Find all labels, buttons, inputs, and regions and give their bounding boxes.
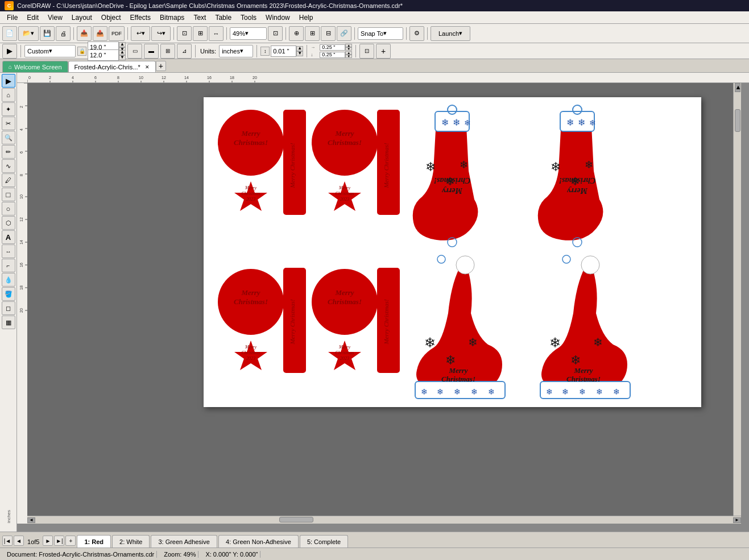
preset-dropdown[interactable]: Custom ▾: [24, 45, 76, 57]
new-button[interactable]: 📄: [2, 26, 17, 41]
menu-view[interactable]: View: [43, 13, 67, 23]
menu-edit[interactable]: Edit: [22, 13, 43, 23]
menu-bitmaps[interactable]: Bitmaps: [155, 13, 189, 23]
grid-button[interactable]: ⊞: [305, 26, 320, 41]
h-scrollbar[interactable]: ◄ ►: [27, 516, 741, 524]
select-tool[interactable]: ▶: [2, 74, 15, 88]
v-scroll-up[interactable]: ▲: [735, 83, 740, 92]
launch-button[interactable]: Launch ▾: [431, 26, 470, 41]
calibrate-button[interactable]: ⊿: [177, 44, 192, 59]
view-mode-button[interactable]: ⊕: [289, 26, 304, 41]
select-tool-indicator[interactable]: ▶: [2, 44, 17, 59]
add-page-button[interactable]: +: [376, 44, 391, 59]
page-first-button[interactable]: |◄: [2, 536, 13, 546]
tab-welcome[interactable]: ⌂ Welcome Screen: [2, 61, 68, 72]
nudge-field[interactable]: 0.01 ": [271, 45, 296, 57]
canvas-area: 0 2 4 6 8 10 12 14 16 18 20: [17, 73, 749, 532]
tab-page-red[interactable]: 1: Red: [77, 535, 111, 547]
menu-window[interactable]: Window: [261, 13, 295, 23]
svg-text:12: 12: [19, 217, 23, 222]
publish-pdf-button[interactable]: PDF: [109, 26, 125, 41]
svg-point-123: [581, 256, 599, 274]
tab-page-green-non-adhesive[interactable]: 4: Green Non-Adhesive: [218, 535, 299, 547]
freehand-tool[interactable]: ✏: [2, 145, 15, 159]
h-ruler: 0 2 4 6 8 10 12 14 16 18 20: [17, 73, 749, 83]
save-button[interactable]: 💾: [40, 26, 55, 41]
polygon-tool[interactable]: ⬡: [2, 216, 15, 230]
h-scroll-thumb[interactable]: [279, 517, 313, 522]
tab-close-icon[interactable]: ✕: [145, 64, 150, 70]
v-scrollbar[interactable]: ▲: [733, 83, 741, 516]
lock-ratio-button[interactable]: 🔒: [77, 47, 86, 56]
undo-button[interactable]: ↩▾: [131, 26, 150, 41]
tab-page-green-adhesive[interactable]: 3: Green Adhesive: [151, 535, 217, 547]
import-button[interactable]: 📥: [77, 26, 92, 41]
menu-effects[interactable]: Effects: [126, 13, 155, 23]
landscape-button[interactable]: ▬: [144, 44, 159, 59]
size-controls: 🔒 19.0 " ▲ ▼ 12.0 " ▲ ▼: [77, 43, 126, 59]
connector-tool[interactable]: ⌐: [2, 259, 15, 272]
h-scroll-right[interactable]: ►: [733, 517, 741, 523]
menu-table[interactable]: Table: [210, 13, 236, 23]
snap-x-field[interactable]: 0.25 ": [320, 44, 345, 51]
zoom-dropdown[interactable]: 49% ▾: [230, 27, 267, 40]
h-scroll-left[interactable]: ◄: [27, 517, 35, 523]
tab-document[interactable]: Frosted-Acrylic-Chris...* ✕: [68, 61, 156, 72]
guideline-button[interactable]: ⊟: [321, 26, 336, 41]
snap-y-down[interactable]: ▼: [345, 55, 352, 58]
export-button[interactable]: 📤: [93, 26, 107, 41]
tab-page-white[interactable]: 2: White: [112, 535, 150, 547]
options-button[interactable]: ⚙: [409, 26, 424, 41]
bezier-tool[interactable]: ∿: [2, 159, 15, 173]
page-settings-button[interactable]: ⊞: [160, 44, 175, 59]
open-button[interactable]: 📂▾: [18, 26, 39, 41]
node-edit-tool[interactable]: ✦: [2, 102, 15, 116]
page-add-button[interactable]: +: [65, 536, 76, 546]
svg-text:Christmas!: Christmas!: [566, 375, 601, 383]
text-tool[interactable]: A: [2, 230, 15, 244]
tab-page-complete[interactable]: 5: Complete: [300, 535, 348, 547]
page-tabs: |◄ ◄ 1 of 5 ► ►| + 1: Red 2: White 3: Gr…: [0, 532, 749, 547]
fit-selection-button[interactable]: ⊞: [193, 26, 208, 41]
crop-tool[interactable]: ✂: [2, 117, 15, 130]
tab-add-button[interactable]: +: [156, 61, 166, 71]
redo-button[interactable]: ↪▾: [151, 26, 171, 41]
artpen-tool[interactable]: 🖊: [2, 173, 15, 187]
page-zoom-button[interactable]: ⊡: [359, 44, 374, 59]
menu-file[interactable]: File: [2, 13, 22, 23]
height-down[interactable]: ▼: [119, 55, 126, 60]
zoom-tool[interactable]: 🔍: [2, 131, 15, 144]
menu-help[interactable]: Help: [295, 13, 318, 23]
fill-tool[interactable]: 🪣: [2, 287, 15, 301]
svg-text:2: 2: [19, 106, 23, 108]
page-last-button[interactable]: ►|: [54, 536, 64, 546]
portrait-button[interactable]: ▭: [127, 44, 142, 59]
rectangle-tool[interactable]: □: [2, 188, 15, 201]
dropper-tool[interactable]: 💧: [2, 273, 15, 287]
snap-to-dropdown[interactable]: Snap To ▾: [358, 27, 403, 40]
snap-y-field[interactable]: 0.25 ": [320, 52, 345, 58]
dimension-tool[interactable]: ↔: [2, 244, 15, 258]
snap-x-down[interactable]: ▼: [345, 47, 352, 51]
nudge-down[interactable]: ▼: [296, 51, 303, 56]
toolbox: ▶ ⌂ ✦ ✂ 🔍 ✏ ∿ 🖊 □ ○ ⬡ A ↔ ⌐ 💧 🪣 ◻ ▦ inch…: [0, 73, 17, 532]
v-scroll-thumb[interactable]: [735, 109, 740, 132]
menu-layout[interactable]: Layout: [67, 13, 97, 23]
height-field[interactable]: 12.0 ": [88, 49, 119, 61]
ellipse-tool[interactable]: ○: [2, 202, 15, 215]
menu-text[interactable]: Text: [189, 13, 210, 23]
shadow-tool[interactable]: ▦: [2, 316, 15, 329]
menu-tools[interactable]: Tools: [236, 13, 261, 23]
svg-text:❄: ❄: [579, 387, 586, 396]
snap-button[interactable]: 🔗: [337, 26, 351, 41]
page-next-button[interactable]: ►: [43, 536, 53, 546]
page-prev-button[interactable]: ◄: [14, 536, 24, 546]
fit-page-button[interactable]: ⊡: [177, 26, 192, 41]
menu-object[interactable]: Object: [97, 13, 126, 23]
units-dropdown[interactable]: inches ▾: [219, 45, 253, 57]
zoom-to-page-button[interactable]: ⊡: [268, 26, 283, 41]
home-tool[interactable]: ⌂: [2, 88, 15, 102]
print-button[interactable]: 🖨: [56, 26, 71, 41]
eraser-tool[interactable]: ◻: [2, 301, 15, 315]
fit-width-button[interactable]: ↔: [209, 26, 224, 41]
